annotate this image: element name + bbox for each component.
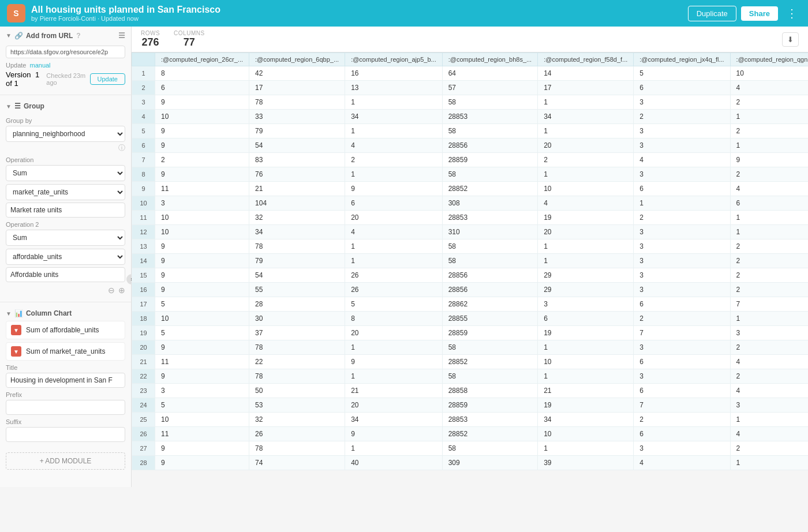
table-cell: 2 (730, 95, 808, 110)
table-cell: 10 (538, 182, 634, 196)
table-cell: 1 (345, 124, 443, 138)
table-cell: 11 (155, 427, 249, 441)
update-type[interactable]: manual (29, 62, 50, 69)
field1-display-input[interactable] (6, 203, 125, 218)
field1-select[interactable]: market_rate_units (6, 184, 125, 200)
data-table: :@computed_region_26cr_...:@computed_reg… (132, 53, 808, 470)
table-cell: 39 (538, 456, 634, 470)
table-cell: 1 (538, 369, 634, 384)
row-number: 3 (132, 95, 155, 110)
table-cell: 5 (634, 66, 730, 81)
column-header[interactable]: :@computed_region_bh8s_... (442, 53, 537, 66)
table-cell: 34 (249, 225, 345, 239)
table-cell: 28856 (442, 283, 537, 297)
column-header[interactable]: :@computed_region_6qbp_... (249, 53, 345, 66)
operation2-select[interactable]: Sum (6, 230, 125, 246)
table-cell: 9 (155, 138, 249, 153)
group-by-select[interactable]: planning_neighborhood (6, 126, 125, 142)
table-cell: 6 (634, 427, 730, 441)
table-cell: 1 (730, 225, 808, 239)
column-header[interactable]: :@computed_region_jx4q_fl... (634, 53, 730, 66)
add-module-button[interactable]: + ADD MODULE (6, 452, 125, 470)
suffix-input[interactable] (6, 427, 125, 442)
chart-section-header[interactable]: ▼ 📊 Column Chart (0, 305, 131, 321)
chart-item-2-dot: ▼ (11, 346, 21, 357)
table-cell: 9 (345, 427, 443, 441)
table-cell: 1 (345, 369, 443, 384)
column-header[interactable]: :@computed_region_ajp5_b... (345, 53, 443, 66)
column-header[interactable]: :@computed_region_26cr_... (155, 53, 249, 66)
table-row: 69544288562031814 (132, 138, 809, 153)
table-cell: 21 (345, 384, 443, 398)
chart-item-1[interactable]: ▼ Sum of affordable_units (6, 321, 125, 339)
table-cell: 6 (538, 312, 634, 326)
chart-item-2[interactable]: ▼ Sum of market_rate_units (6, 342, 125, 361)
table-cell: 9 (155, 268, 249, 283)
table-cell: 6 (345, 196, 443, 211)
download-button[interactable]: ⬇ (782, 32, 799, 47)
url-input[interactable] (6, 46, 125, 58)
table-cell: 3 (634, 138, 730, 153)
group-section: Group by planning_neighborhood ⓘ Operati… (0, 117, 131, 299)
field2-display-input[interactable] (6, 267, 125, 282)
table-cell: 10 (730, 66, 808, 81)
table-cell: 37 (249, 326, 345, 340)
operation-select[interactable]: Sum (6, 165, 125, 181)
table-cell: 58 (442, 167, 537, 182)
table-cell: 2 (730, 239, 808, 254)
column-header[interactable]: :@computed_region_f58d_f... (538, 53, 634, 66)
duplicate-button[interactable]: Duplicate (688, 6, 736, 21)
prefix-input[interactable] (6, 400, 125, 415)
table-cell: 13 (345, 81, 443, 95)
table-cell: 21 (538, 384, 634, 398)
table-row: 5979158132810 (132, 124, 809, 138)
field2-select[interactable]: affordable_units (6, 249, 125, 265)
table-cell: 79 (249, 254, 345, 268)
table-cell: 26 (345, 283, 443, 297)
table-cell: 2 (730, 283, 808, 297)
table-cell: 10 (538, 427, 634, 441)
table-cell: 19 (538, 211, 634, 225)
chevron-down-icon-2: ▼ (6, 103, 12, 110)
table-cell: 2 (634, 211, 730, 225)
table-row: 12103443102031914 (132, 225, 809, 239)
group-section-header[interactable]: ▼ ☰ Group (0, 98, 131, 114)
plus-icon[interactable]: ⊕ (118, 286, 125, 295)
table-cell: 28852 (442, 427, 537, 441)
table-cell: 3 (634, 124, 730, 138)
table-row: 1110322028853192198 (132, 211, 809, 225)
info-icon[interactable]: ⓘ (118, 144, 125, 152)
table-row: 22978158132810 (132, 369, 809, 384)
columns-value: 77 (174, 36, 205, 48)
more-options-button[interactable]: ⋮ (783, 6, 801, 20)
row-number: 18 (132, 312, 155, 326)
table-cell: 58 (442, 441, 537, 456)
header-title-block: All housing units planned in San Francis… (31, 5, 688, 22)
table-row: 27978158132810 (132, 441, 809, 456)
table-cell: 3 (155, 384, 249, 398)
title-input[interactable] (6, 373, 125, 388)
operation-label: Operation (6, 156, 125, 163)
share-button[interactable]: Share (741, 6, 778, 21)
row-number: 28 (132, 456, 155, 470)
row-number: 8 (132, 167, 155, 182)
help-icon[interactable]: ? (76, 32, 80, 40)
chevron-down-icon-3: ▼ (6, 310, 12, 317)
table-cell: 14 (538, 66, 634, 81)
minus-icon[interactable]: ⊖ (108, 286, 115, 295)
version-info: Version 1 of 1 (6, 70, 46, 88)
rows-value: 276 (141, 36, 160, 48)
add-from-url-section-header[interactable]: ▼ 🔗 Add from URL ? ☰ (0, 27, 131, 43)
data-table-wrapper[interactable]: :@computed_region_26cr_...:@computed_reg… (132, 53, 808, 532)
list-icon[interactable]: ☰ (118, 31, 125, 40)
table-cell: 30 (249, 312, 345, 326)
table-cell: 2 (634, 413, 730, 427)
column-header[interactable]: :@computed_region_qgn1_l... (730, 53, 808, 66)
update-button[interactable]: Update (90, 73, 125, 85)
divider-2 (0, 302, 131, 302)
table-cell: 7 (634, 398, 730, 413)
column-header[interactable] (132, 53, 155, 66)
table-cell: 2 (634, 312, 730, 326)
operation2-label: Operation 2 (6, 221, 125, 228)
table-cell: 6 (634, 355, 730, 369)
